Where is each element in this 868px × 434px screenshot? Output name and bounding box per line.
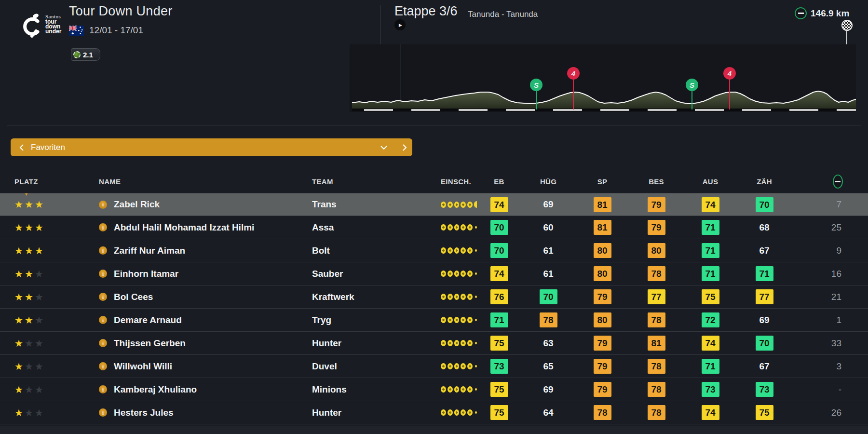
info-icon[interactable]: i xyxy=(99,316,107,324)
info-icon[interactable]: i xyxy=(99,385,107,393)
info-icon[interactable]: i xyxy=(99,201,107,209)
stat-eb: 75 xyxy=(477,382,521,397)
table-row[interactable]: ★★★iZabel RickTrans7469817974707 xyxy=(0,193,868,216)
stat-eb: 71 xyxy=(477,312,521,327)
einsch-dots xyxy=(441,363,477,369)
rider-name-cell: iBol Cees xyxy=(99,292,312,302)
stat-zah: 70 xyxy=(737,197,791,212)
table-row[interactable]: ★★★iEinhorn ItamarSauber74618078717116 xyxy=(0,262,868,285)
stat-badge: 79 xyxy=(648,220,665,235)
info-icon[interactable]: i xyxy=(99,223,107,231)
einsch-dot-icon xyxy=(454,340,460,346)
chevron-right-icon[interactable] xyxy=(402,144,407,151)
rider-name-cell: iHesters Jules xyxy=(99,407,312,418)
einsch-dot-icon xyxy=(441,224,446,231)
race-logo: Santos tour down under xyxy=(19,13,77,40)
stat-badge: 75 xyxy=(756,405,773,420)
stat-zah: 67 xyxy=(737,361,791,372)
table-row[interactable]: ★★★iDemare ArnaudTryg7178807872691 xyxy=(0,309,868,332)
column-header-bes[interactable]: BES xyxy=(629,177,683,186)
stat-badge: 70 xyxy=(756,197,773,212)
chevron-down-icon[interactable] xyxy=(380,145,388,150)
star-icon: ★ xyxy=(14,222,25,233)
info-icon[interactable]: i xyxy=(99,293,107,301)
table-row[interactable]: ★★★iWillwohl WilliDuvel7365797871673 xyxy=(0,355,868,378)
stage-elevation-profile: S 4 S 4 xyxy=(350,44,856,112)
column-header-einsch[interactable]: EINSCH. xyxy=(441,177,477,186)
stat-badge: 78 xyxy=(648,405,665,420)
stat-aus: 72 xyxy=(683,312,737,327)
stat-hug: 65 xyxy=(521,361,575,372)
platz-stars: ★★★ xyxy=(14,314,99,326)
stat-badge: 81 xyxy=(594,197,611,212)
stat-aus: 73 xyxy=(683,382,737,397)
column-header-name[interactable]: NAME xyxy=(99,177,312,186)
stat-badge: 75 xyxy=(702,289,719,304)
info-icon[interactable]: i xyxy=(99,246,107,255)
column-header-aus[interactable]: AUS xyxy=(683,177,737,186)
star-icon: ★ xyxy=(14,384,25,395)
play-stage-button[interactable]: ▶ xyxy=(394,19,406,30)
einsch-dots xyxy=(441,340,477,346)
favorites-group-bar[interactable]: Favoriten xyxy=(11,138,412,156)
stat-badge: 73 xyxy=(702,382,719,397)
star-icon: ★ xyxy=(14,199,25,210)
info-icon[interactable]: i xyxy=(99,408,107,417)
einsch-dot-icon xyxy=(441,317,446,323)
table-row[interactable]: ★★★iHesters JulesHunter75647878747526 xyxy=(0,401,868,424)
star-icon: ★ xyxy=(25,199,35,210)
rider-name-cell: iAbdul Halil Mohamad Izzat Hilmi xyxy=(99,222,312,233)
category-label: 2.1 xyxy=(83,51,93,59)
rider-name-cell: iZariff Nur Aiman xyxy=(99,245,312,256)
einsch-dot-icon xyxy=(448,386,453,393)
stat-zah: 69 xyxy=(737,315,791,326)
info-icon[interactable]: i xyxy=(99,339,107,347)
table-row[interactable]: ★★★iBol CeesKraftwerk76707977757721 xyxy=(0,285,868,309)
column-header-eb[interactable]: EB xyxy=(477,177,521,186)
rider-name: Hesters Jules xyxy=(114,407,174,418)
info-icon[interactable]: i xyxy=(99,270,107,278)
stat-hug: 78 xyxy=(521,312,575,327)
column-header-zah[interactable]: ZÄH xyxy=(737,177,791,186)
column-header-profile[interactable] xyxy=(791,175,868,189)
rider-name-cell: iKamberaj Xhuliano xyxy=(99,384,312,395)
column-header-platz[interactable]: PLATZ ▼ xyxy=(14,177,99,186)
table-row[interactable]: ★★★iAbdul Halil Mohamad Izzat HilmiAssa7… xyxy=(0,216,868,239)
stat-sp: 80 xyxy=(575,312,629,327)
stat-aus: 71 xyxy=(683,220,737,235)
einsch-dots xyxy=(441,271,477,277)
stat-aus: 71 xyxy=(683,266,737,281)
stat-sp: 81 xyxy=(575,220,629,235)
einsch-dot-icon xyxy=(448,224,453,231)
table-row[interactable]: ★★★iZariff Nur AimanBolt7061808071679 xyxy=(0,239,868,262)
profile-rank-value: 1 xyxy=(791,315,868,326)
chevron-left-icon[interactable] xyxy=(19,144,24,151)
logo-word: under xyxy=(45,29,61,34)
einsch-dot-icon xyxy=(454,202,460,208)
einsch-dot-icon xyxy=(441,340,446,346)
stat-bes: 78 xyxy=(629,382,683,397)
rider-name: Demare Arnaud xyxy=(114,315,182,326)
einsch-dot-icon xyxy=(461,363,466,369)
star-icon: ★ xyxy=(14,245,25,256)
stat-badge: 77 xyxy=(756,289,773,304)
rider-name: Zariff Nur Aiman xyxy=(114,245,185,256)
stat-sp: 79 xyxy=(575,289,629,304)
stat-eb: 75 xyxy=(477,405,521,420)
stat-badge: 74 xyxy=(702,336,719,351)
table-row[interactable]: ★★★iThijssen GerbenHunter75637981747033 xyxy=(0,332,868,355)
table-row[interactable]: ★★★iKamberaj XhulianoMinions756979787373… xyxy=(0,378,868,401)
stat-value: 60 xyxy=(521,222,575,233)
stat-badge: 78 xyxy=(648,382,665,397)
info-icon[interactable]: i xyxy=(99,362,107,370)
star-icon: ★ xyxy=(14,269,25,279)
favorites-table: PLATZ ▼ NAME TEAM EINSCH. EB HÜG SP BES … xyxy=(0,170,868,424)
column-header-sp[interactable]: SP xyxy=(575,177,629,186)
column-header-hug[interactable]: HÜG xyxy=(521,177,575,186)
rider-team: Hunter xyxy=(312,407,441,418)
einsch-dot-icon xyxy=(461,409,466,416)
einsch-dot-icon xyxy=(467,247,473,254)
column-header-team[interactable]: TEAM xyxy=(312,177,441,186)
stat-sp: 80 xyxy=(575,243,629,258)
stage-route: Tanunda - Tanunda xyxy=(468,10,538,19)
